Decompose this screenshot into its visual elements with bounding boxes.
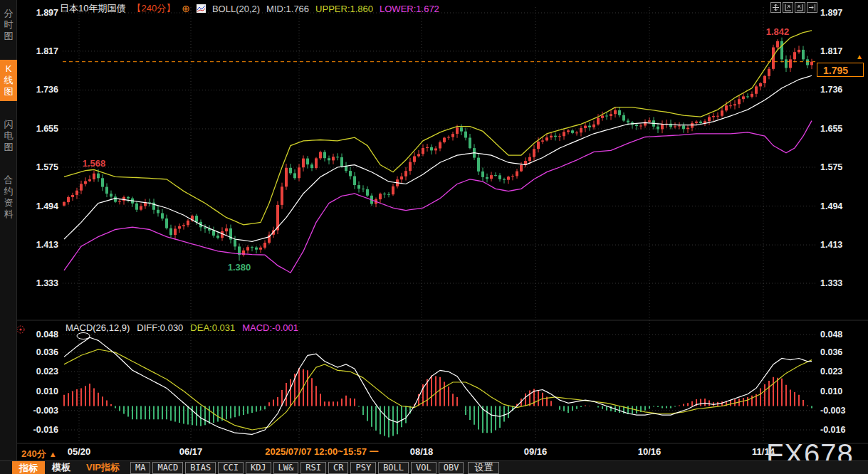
chart-type-sidebar: 分时图K线图闪电图合约资料	[0, 0, 17, 474]
y-tick-label: 0.036	[36, 347, 58, 357]
toolbar-button-obv[interactable]: OBV	[439, 462, 464, 474]
y-tick-label: 1.817	[36, 46, 58, 56]
y-tick-label: 0.023	[36, 367, 58, 376]
y-tick-label: 1.575	[36, 162, 58, 172]
trading-app: { "app": {"watermark": "FX678"}, "sideba…	[0, 0, 868, 474]
window-controls	[770, 2, 817, 13]
toolbar-button-indicators[interactable]: 指标	[12, 461, 45, 474]
toolbar-button-vip-indicators[interactable]: VIP指标	[78, 461, 128, 474]
y-tick-label: 1.817	[820, 46, 842, 56]
zoom-x-axis-icon[interactable]	[795, 2, 805, 13]
zoom-y-axis-icon[interactable]	[783, 2, 793, 13]
boll-upper-value: UPPER:1.860	[315, 4, 373, 14]
shift-right-icon[interactable]	[807, 2, 817, 13]
sidebar-tab-flash-chart[interactable]: 闪电图	[0, 115, 17, 157]
bollinger-band-line	[64, 31, 812, 225]
y-tick-label: 1.333	[36, 278, 58, 288]
y-tick-label: -0.003	[33, 406, 58, 416]
macd-header: MACD(26,12,9) DIFF:0.030 DEA:0.031 MACD:…	[66, 322, 298, 333]
candles	[63, 38, 813, 261]
macd-params-label: MACD(26,12,9)	[66, 322, 130, 333]
macd-hist-value: MACD:-0.001	[242, 322, 298, 333]
macd-diff-value: DIFF:0.030	[137, 322, 183, 333]
price-annotation: 1.842	[766, 26, 790, 37]
y-tick-label: 1.494	[820, 201, 842, 211]
y-tick-label: 0.010	[820, 386, 842, 396]
x-axis-date-label: 08/18	[410, 446, 434, 458]
sidebar-tab-time-chart[interactable]: 分时图	[0, 4, 17, 46]
y-tick-label: 1.736	[36, 85, 58, 95]
selected-candle-readout: 2025/07/07 12:00~15:57 一	[261, 446, 382, 458]
boll-lower-value: LOWER:1.672	[380, 4, 439, 14]
y-tick-label: 1.655	[36, 124, 58, 134]
bollinger-band-line	[64, 75, 812, 241]
toolbar-button-macd[interactable]: MACD	[152, 462, 183, 474]
period-selector-label: 240分	[21, 448, 46, 459]
toolbar-button-ma[interactable]: MA	[130, 462, 150, 474]
y-tick-label: 1.897	[36, 8, 58, 18]
indicator-toolbar: 指标模板VIP指标MAMACDBIASCCIKDJLW&RSICRPSYBOLL…	[0, 460, 868, 474]
macd-pane	[64, 333, 812, 438]
y-tick-label: 0.048	[820, 330, 842, 339]
macd-settings-icon[interactable]	[16, 325, 26, 335]
toolbar-button-psy[interactable]: PSY	[350, 462, 376, 474]
y-tick-label: 1.736	[820, 85, 842, 95]
toolbar-button-cr[interactable]: CR	[328, 462, 348, 474]
y-tick-label: 1.655	[820, 124, 842, 134]
add-indicator-icon[interactable]: ⊕	[182, 4, 190, 14]
y-tick-label: 0.010	[36, 386, 58, 396]
x-axis-date-label: 06/17	[179, 446, 203, 458]
y-tick-label: 1.575	[820, 162, 842, 172]
price-up-arrow-icon: ▲	[856, 53, 863, 60]
y-tick-label: 1.333	[820, 278, 842, 288]
macd-dea-value: DEA:0.031	[190, 322, 235, 333]
y-tick-label: 0.036	[820, 347, 842, 357]
toolbar-button-kdj[interactable]: KDJ	[246, 462, 271, 474]
date-axis: 05/2006/172025/07/07 12:00~15:57 一08/180…	[0, 446, 868, 459]
price-chart-canvas[interactable]: 1.8971.8971.8171.8171.7361.7361.6551.655…	[0, 0, 868, 474]
period-badge[interactable]: 【240分】	[132, 2, 175, 15]
toolbar-button-cci[interactable]: CCI	[218, 462, 244, 474]
pan-chart-icon[interactable]	[770, 2, 781, 13]
chart-header: 日本10年期国债 【240分】 ⊕ BOLL(20,2) MID:1.766 U…	[60, 2, 439, 15]
bollinger-band-line	[64, 121, 812, 273]
toolbar-button-templates[interactable]: 模板	[45, 461, 78, 474]
boll-mid-value: MID:1.766	[266, 4, 309, 14]
x-axis-date-label: 09/16	[524, 446, 548, 458]
price-annotation: 1.568	[83, 158, 106, 169]
toolbar-button-bias[interactable]: BIAS	[185, 462, 216, 474]
y-tick-label: 1.413	[36, 240, 58, 250]
y-tick-label: -0.003	[820, 406, 845, 416]
toolbar-button-settings[interactable]: 设置	[468, 462, 499, 474]
instrument-title: 日本10年期国债	[60, 2, 125, 15]
sidebar-tab-candle-chart[interactable]: K线图	[0, 60, 17, 101]
y-tick-label: 0.023	[820, 367, 842, 376]
y-tick-label: 0.048	[36, 330, 58, 339]
x-axis-date-label: 10/16	[638, 446, 662, 458]
x-axis-date-label: 05/20	[68, 446, 91, 458]
last-price-tag: 1.795	[817, 63, 864, 77]
sidebar-tab-contract-info[interactable]: 合约资料	[0, 171, 17, 223]
period-up-arrow-icon: ▲	[49, 450, 57, 458]
toolbar-button-boll[interactable]: BOLL	[378, 462, 409, 474]
y-tick-label: -0.016	[820, 425, 845, 435]
gridlines	[17, 7, 868, 443]
y-tick-label: -0.016	[33, 425, 58, 435]
y-tick-label: 1.494	[36, 201, 58, 211]
toolbar-button-lw[interactable]: LW&	[273, 462, 299, 474]
mini-chart-icon	[197, 4, 206, 13]
y-tick-label: 1.897	[820, 8, 842, 18]
y-tick-label: 1.413	[820, 240, 842, 250]
period-selector[interactable]: 240分▲	[21, 448, 57, 460]
toolbar-button-rsi[interactable]: RSI	[300, 462, 326, 474]
boll-indicator-label: BOLL(20,2)	[212, 4, 260, 14]
price-annotation: 1.380	[228, 262, 251, 273]
toolbar-button-vol[interactable]: VOL	[411, 462, 436, 474]
macd-cross-marker	[77, 333, 90, 339]
